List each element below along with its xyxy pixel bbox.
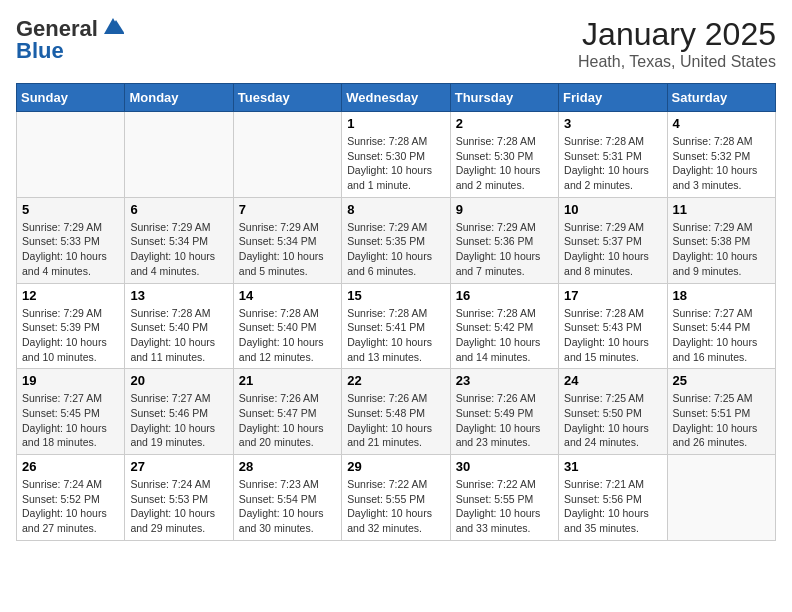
day-number: 16 — [456, 288, 553, 303]
day-info: Sunrise: 7:29 AMSunset: 5:38 PMDaylight:… — [673, 220, 770, 279]
day-number: 7 — [239, 202, 336, 217]
day-cell-30: 30Sunrise: 7:22 AMSunset: 5:55 PMDayligh… — [450, 455, 558, 541]
day-cell-3: 3Sunrise: 7:28 AMSunset: 5:31 PMDaylight… — [559, 112, 667, 198]
day-info: Sunrise: 7:28 AMSunset: 5:40 PMDaylight:… — [130, 306, 227, 365]
day-cell-13: 13Sunrise: 7:28 AMSunset: 5:40 PMDayligh… — [125, 283, 233, 369]
day-info: Sunrise: 7:28 AMSunset: 5:40 PMDaylight:… — [239, 306, 336, 365]
day-cell-27: 27Sunrise: 7:24 AMSunset: 5:53 PMDayligh… — [125, 455, 233, 541]
title-block: January 2025 Heath, Texas, United States — [578, 16, 776, 71]
day-number: 30 — [456, 459, 553, 474]
day-cell-19: 19Sunrise: 7:27 AMSunset: 5:45 PMDayligh… — [17, 369, 125, 455]
day-number: 15 — [347, 288, 444, 303]
day-info: Sunrise: 7:26 AMSunset: 5:47 PMDaylight:… — [239, 391, 336, 450]
day-number: 17 — [564, 288, 661, 303]
day-number: 21 — [239, 373, 336, 388]
day-info: Sunrise: 7:24 AMSunset: 5:53 PMDaylight:… — [130, 477, 227, 536]
day-cell-25: 25Sunrise: 7:25 AMSunset: 5:51 PMDayligh… — [667, 369, 775, 455]
day-info: Sunrise: 7:25 AMSunset: 5:51 PMDaylight:… — [673, 391, 770, 450]
day-number: 1 — [347, 116, 444, 131]
day-cell-9: 9Sunrise: 7:29 AMSunset: 5:36 PMDaylight… — [450, 197, 558, 283]
day-cell-15: 15Sunrise: 7:28 AMSunset: 5:41 PMDayligh… — [342, 283, 450, 369]
day-info: Sunrise: 7:28 AMSunset: 5:32 PMDaylight:… — [673, 134, 770, 193]
day-number: 23 — [456, 373, 553, 388]
day-cell-26: 26Sunrise: 7:24 AMSunset: 5:52 PMDayligh… — [17, 455, 125, 541]
day-number: 19 — [22, 373, 119, 388]
day-cell-18: 18Sunrise: 7:27 AMSunset: 5:44 PMDayligh… — [667, 283, 775, 369]
day-number: 20 — [130, 373, 227, 388]
day-cell-4: 4Sunrise: 7:28 AMSunset: 5:32 PMDaylight… — [667, 112, 775, 198]
day-cell-20: 20Sunrise: 7:27 AMSunset: 5:46 PMDayligh… — [125, 369, 233, 455]
day-number: 31 — [564, 459, 661, 474]
day-number: 9 — [456, 202, 553, 217]
day-number: 29 — [347, 459, 444, 474]
day-info: Sunrise: 7:28 AMSunset: 5:43 PMDaylight:… — [564, 306, 661, 365]
day-number: 25 — [673, 373, 770, 388]
day-number: 2 — [456, 116, 553, 131]
logo-text-blue: Blue — [16, 38, 64, 64]
day-info: Sunrise: 7:28 AMSunset: 5:41 PMDaylight:… — [347, 306, 444, 365]
day-cell-29: 29Sunrise: 7:22 AMSunset: 5:55 PMDayligh… — [342, 455, 450, 541]
header-row: SundayMondayTuesdayWednesdayThursdayFrid… — [17, 84, 776, 112]
day-info: Sunrise: 7:27 AMSunset: 5:44 PMDaylight:… — [673, 306, 770, 365]
day-number: 26 — [22, 459, 119, 474]
day-number: 4 — [673, 116, 770, 131]
day-info: Sunrise: 7:29 AMSunset: 5:35 PMDaylight:… — [347, 220, 444, 279]
day-info: Sunrise: 7:28 AMSunset: 5:42 PMDaylight:… — [456, 306, 553, 365]
col-header-tuesday: Tuesday — [233, 84, 341, 112]
page-title: January 2025 — [578, 16, 776, 53]
page-subtitle: Heath, Texas, United States — [578, 53, 776, 71]
day-cell-24: 24Sunrise: 7:25 AMSunset: 5:50 PMDayligh… — [559, 369, 667, 455]
day-info: Sunrise: 7:29 AMSunset: 5:36 PMDaylight:… — [456, 220, 553, 279]
col-header-sunday: Sunday — [17, 84, 125, 112]
week-row-1: 1Sunrise: 7:28 AMSunset: 5:30 PMDaylight… — [17, 112, 776, 198]
day-info: Sunrise: 7:29 AMSunset: 5:34 PMDaylight:… — [239, 220, 336, 279]
empty-cell — [125, 112, 233, 198]
day-info: Sunrise: 7:26 AMSunset: 5:48 PMDaylight:… — [347, 391, 444, 450]
page-header: General Blue January 2025 Heath, Texas, … — [16, 16, 776, 71]
day-cell-2: 2Sunrise: 7:28 AMSunset: 5:30 PMDaylight… — [450, 112, 558, 198]
day-cell-21: 21Sunrise: 7:26 AMSunset: 5:47 PMDayligh… — [233, 369, 341, 455]
day-cell-28: 28Sunrise: 7:23 AMSunset: 5:54 PMDayligh… — [233, 455, 341, 541]
day-cell-8: 8Sunrise: 7:29 AMSunset: 5:35 PMDaylight… — [342, 197, 450, 283]
logo: General Blue — [16, 16, 124, 64]
calendar-table: SundayMondayTuesdayWednesdayThursdayFrid… — [16, 83, 776, 541]
empty-cell — [667, 455, 775, 541]
day-cell-7: 7Sunrise: 7:29 AMSunset: 5:34 PMDaylight… — [233, 197, 341, 283]
day-info: Sunrise: 7:29 AMSunset: 5:34 PMDaylight:… — [130, 220, 227, 279]
day-cell-14: 14Sunrise: 7:28 AMSunset: 5:40 PMDayligh… — [233, 283, 341, 369]
week-row-4: 19Sunrise: 7:27 AMSunset: 5:45 PMDayligh… — [17, 369, 776, 455]
logo-icon — [102, 16, 124, 38]
week-row-5: 26Sunrise: 7:24 AMSunset: 5:52 PMDayligh… — [17, 455, 776, 541]
col-header-saturday: Saturday — [667, 84, 775, 112]
day-number: 8 — [347, 202, 444, 217]
day-number: 27 — [130, 459, 227, 474]
day-info: Sunrise: 7:26 AMSunset: 5:49 PMDaylight:… — [456, 391, 553, 450]
day-info: Sunrise: 7:28 AMSunset: 5:31 PMDaylight:… — [564, 134, 661, 193]
day-info: Sunrise: 7:28 AMSunset: 5:30 PMDaylight:… — [456, 134, 553, 193]
day-cell-22: 22Sunrise: 7:26 AMSunset: 5:48 PMDayligh… — [342, 369, 450, 455]
day-cell-5: 5Sunrise: 7:29 AMSunset: 5:33 PMDaylight… — [17, 197, 125, 283]
day-cell-23: 23Sunrise: 7:26 AMSunset: 5:49 PMDayligh… — [450, 369, 558, 455]
day-info: Sunrise: 7:24 AMSunset: 5:52 PMDaylight:… — [22, 477, 119, 536]
day-info: Sunrise: 7:22 AMSunset: 5:55 PMDaylight:… — [347, 477, 444, 536]
day-number: 22 — [347, 373, 444, 388]
day-info: Sunrise: 7:29 AMSunset: 5:33 PMDaylight:… — [22, 220, 119, 279]
day-info: Sunrise: 7:27 AMSunset: 5:46 PMDaylight:… — [130, 391, 227, 450]
day-info: Sunrise: 7:27 AMSunset: 5:45 PMDaylight:… — [22, 391, 119, 450]
day-info: Sunrise: 7:21 AMSunset: 5:56 PMDaylight:… — [564, 477, 661, 536]
day-number: 24 — [564, 373, 661, 388]
day-cell-1: 1Sunrise: 7:28 AMSunset: 5:30 PMDaylight… — [342, 112, 450, 198]
day-cell-6: 6Sunrise: 7:29 AMSunset: 5:34 PMDaylight… — [125, 197, 233, 283]
col-header-thursday: Thursday — [450, 84, 558, 112]
empty-cell — [233, 112, 341, 198]
day-cell-10: 10Sunrise: 7:29 AMSunset: 5:37 PMDayligh… — [559, 197, 667, 283]
day-number: 12 — [22, 288, 119, 303]
day-number: 10 — [564, 202, 661, 217]
day-info: Sunrise: 7:29 AMSunset: 5:39 PMDaylight:… — [22, 306, 119, 365]
col-header-friday: Friday — [559, 84, 667, 112]
day-number: 18 — [673, 288, 770, 303]
day-number: 5 — [22, 202, 119, 217]
day-cell-12: 12Sunrise: 7:29 AMSunset: 5:39 PMDayligh… — [17, 283, 125, 369]
day-info: Sunrise: 7:22 AMSunset: 5:55 PMDaylight:… — [456, 477, 553, 536]
empty-cell — [17, 112, 125, 198]
